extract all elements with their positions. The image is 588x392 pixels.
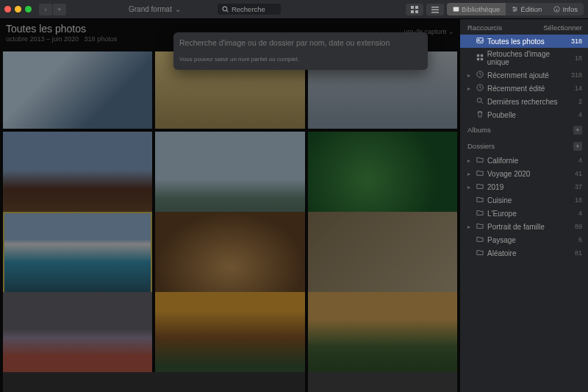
photo-thumbnail-selected[interactable] — [3, 212, 152, 304]
nav-buttons: ‹ + — [39, 4, 67, 15]
svg-rect-17 — [477, 58, 479, 60]
back-button[interactable]: ‹ — [39, 4, 52, 15]
sidebar-item-label: Retouches d'image unique — [487, 50, 571, 66]
photo-grid — [3, 51, 457, 392]
sidebar-item-label: Aléatoire — [487, 249, 516, 257]
folder-icon — [476, 169, 484, 178]
window-controls — [4, 6, 32, 13]
photo-thumbnail[interactable] — [3, 51, 152, 129]
sidebar-item[interactable]: Toutes les photos318 — [460, 35, 588, 48]
tab-info[interactable]: Infos — [548, 3, 584, 15]
svg-rect-4 — [415, 10, 418, 13]
svg-rect-16 — [481, 54, 483, 57]
svg-rect-1 — [411, 6, 414, 9]
sidebar-item[interactable]: ▸Récemment édité14 — [460, 82, 588, 95]
photo-thumbnail[interactable] — [308, 372, 457, 392]
search-popup: Vous pouvez saisir un nom partiel ou com… — [173, 32, 428, 70]
svg-rect-8 — [453, 7, 459, 12]
search-hint: Vous pouvez saisir un nom partiel ou com… — [179, 56, 422, 63]
sidebar-item[interactable]: ▸201937 — [460, 180, 588, 193]
add-button[interactable]: + — [53, 4, 66, 15]
view-grid-button[interactable] — [406, 4, 423, 15]
search-input[interactable] — [179, 37, 422, 49]
svg-point-9 — [514, 7, 515, 9]
photo-thumbnail[interactable] — [155, 292, 304, 384]
minimize-icon[interactable] — [15, 6, 21, 13]
sidebar-item[interactable]: ▸Californie4 — [460, 154, 588, 167]
sidebar-section-folders: Dossiers + — [460, 138, 588, 154]
svg-rect-5 — [431, 7, 439, 8]
sidebar-item-label: Dernières recherches — [487, 98, 558, 106]
folder-icon — [476, 249, 484, 257]
chevron-down-icon: ⌄ — [175, 5, 181, 13]
sidebar-item-count: 318 — [571, 71, 582, 79]
format-label: Grand format — [129, 5, 172, 13]
disclosure-icon: ▸ — [467, 72, 473, 79]
sidebar-item[interactable]: L'Europe4 — [460, 207, 588, 220]
sidebar-item[interactable]: Dernières recherches2 — [460, 95, 588, 108]
search-icon — [222, 6, 229, 13]
sidebar-item[interactable]: ▸Voyage 202041 — [460, 167, 588, 180]
sidebar-item-label: Récemment édité — [487, 85, 545, 93]
svg-point-10 — [516, 9, 517, 10]
folder-icon — [476, 182, 484, 191]
sidebar-item-count: 89 — [575, 223, 582, 230]
view-list-button[interactable] — [426, 4, 444, 15]
sidebar-item-count: 18 — [575, 54, 582, 62]
disclosure-icon: ▸ — [467, 85, 473, 92]
sidebar-item-count: 14 — [575, 85, 582, 92]
photo-thumbnail[interactable] — [3, 292, 152, 384]
maximize-icon[interactable] — [25, 6, 32, 13]
sidebar-item-label: Cuisine — [487, 196, 512, 204]
toolbar-search[interactable]: Recherche — [218, 4, 281, 15]
svg-rect-3 — [411, 10, 414, 13]
sidebar-item-count: 18 — [575, 196, 582, 204]
folder-icon — [476, 196, 484, 204]
sidebar-item[interactable]: Retouches d'image unique18 — [460, 48, 588, 68]
close-icon[interactable] — [4, 6, 11, 13]
select-link[interactable]: Sélectionner — [543, 24, 582, 32]
sidebar-item[interactable]: ▸Portrait de famille89 — [460, 220, 588, 233]
grid-icon — [476, 54, 484, 63]
sidebar-item-count: 2 — [578, 98, 582, 105]
clock-icon — [476, 84, 484, 93]
sidebar-item-count: 318 — [571, 38, 582, 45]
sidebar-item-label: Toutes les photos — [487, 38, 545, 46]
sidebar-section-shortcuts: Raccourcis Sélectionner — [460, 19, 588, 35]
sidebar-section-albums: Albums + — [460, 121, 588, 138]
photos-icon — [476, 37, 484, 46]
svg-point-11 — [514, 10, 515, 12]
trash-icon — [476, 110, 484, 119]
sidebar-item-label: 2019 — [487, 183, 503, 191]
tab-edit[interactable]: Édition — [506, 3, 548, 15]
add-folder-button[interactable]: + — [573, 142, 582, 151]
folder-icon — [476, 156, 484, 165]
photo-thumbnail[interactable] — [308, 212, 457, 304]
library-icon — [453, 6, 459, 13]
disclosure-icon: ▸ — [467, 184, 473, 190]
sidebar-item-count: 6 — [578, 236, 582, 243]
sidebar-item-count: 4 — [578, 210, 582, 217]
svg-rect-2 — [415, 6, 418, 9]
svg-rect-6 — [431, 9, 439, 10]
svg-point-0 — [223, 7, 227, 11]
svg-rect-18 — [481, 58, 483, 60]
photo-thumbnail[interactable] — [155, 212, 304, 304]
format-dropdown[interactable]: Grand format ⌄ — [129, 5, 181, 13]
add-album-button[interactable]: + — [573, 126, 582, 135]
photo-thumbnail[interactable] — [3, 372, 305, 392]
sidebar-item[interactable]: Aléatoire81 — [460, 246, 588, 260]
sidebar-item[interactable]: ▸Récemment ajouté318 — [460, 68, 588, 82]
folder-icon — [476, 222, 484, 231]
svg-rect-7 — [431, 12, 439, 13]
tab-library[interactable]: Bibliothèque — [447, 3, 506, 15]
sidebar-item[interactable]: Poubelle4 — [460, 108, 588, 121]
sidebar-item[interactable]: Paysage6 — [460, 233, 588, 246]
mode-tabs: Bibliothèque Édition Infos — [447, 3, 584, 15]
photo-thumbnail[interactable] — [308, 292, 457, 384]
sidebar-item-label: Poubelle — [487, 111, 516, 119]
right-tools: Bibliothèque Édition Infos — [406, 3, 584, 15]
sliders-icon — [512, 6, 518, 13]
clock-icon — [476, 71, 484, 79]
sidebar-item[interactable]: Cuisine18 — [460, 193, 588, 207]
